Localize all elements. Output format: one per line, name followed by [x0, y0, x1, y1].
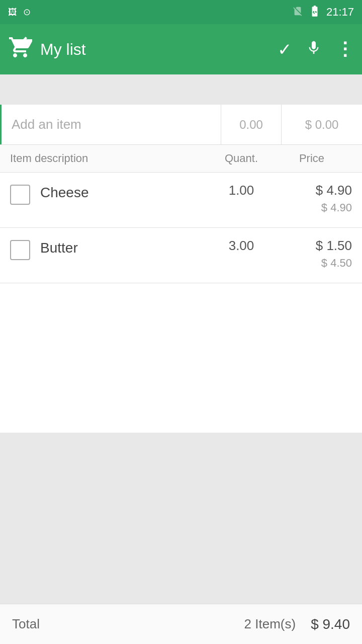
status-bar: 🖼 ⊙ 21:17: [0, 0, 362, 24]
total-label: Total: [12, 616, 244, 632]
table-row: Cheese 1.00 $ 4.90 $ 4.90: [0, 173, 362, 228]
item-qty-price-cheese: 1.00 $ 4.90 $ 4.90: [211, 183, 352, 214]
col-header-price: Price: [272, 152, 352, 165]
item-name-cheese: Cheese: [30, 183, 211, 201]
col-header-quantity: Quant.: [211, 152, 272, 165]
toolbar: My list ✓ ⋮: [0, 24, 362, 74]
mic-icon[interactable]: [306, 40, 322, 59]
table-row: Butter 3.00 $ 1.50 $ 4.50: [0, 228, 362, 283]
item-checkbox-butter[interactable]: [10, 240, 30, 260]
input-row: [0, 105, 362, 145]
price-input[interactable]: [282, 105, 362, 144]
toolbar-actions: ✓ ⋮: [278, 39, 354, 60]
photo-icon: 🖼: [8, 7, 17, 18]
column-headers: Item description Quant. Price: [0, 145, 362, 173]
total-amount: $ 9.40: [311, 616, 350, 632]
item-top-row-cheese: 1.00 $ 4.90: [211, 183, 352, 198]
nosim-icon: [292, 6, 303, 19]
col-header-description: Item description: [10, 152, 211, 165]
item-unit-price-cheese: $ 4.90: [272, 183, 352, 198]
battery-icon: [308, 5, 321, 20]
item-qty-butter: 3.00: [211, 238, 272, 254]
target-icon: ⊙: [23, 7, 31, 18]
status-bar-left: 🖼 ⊙: [8, 7, 31, 18]
item-name-butter: Butter: [30, 238, 211, 256]
check-icon[interactable]: ✓: [278, 39, 292, 59]
more-icon[interactable]: ⋮: [336, 39, 354, 60]
item-list: Cheese 1.00 $ 4.90 $ 4.90 Butter 3.00 $ …: [0, 173, 362, 283]
add-item-input[interactable]: [0, 105, 221, 144]
toolbar-title: My list: [40, 40, 269, 59]
total-bar: Total 2 Item(s) $ 9.40: [0, 604, 362, 644]
item-unit-price-butter: $ 1.50: [272, 238, 352, 254]
main-card: Item description Quant. Price Cheese 1.0…: [0, 105, 362, 433]
item-checkbox-cheese[interactable]: [10, 185, 30, 205]
status-bar-right: 21:17: [292, 5, 354, 20]
item-top-row-butter: 3.00 $ 1.50: [211, 238, 352, 254]
item-subtotal-cheese: $ 4.90: [272, 201, 352, 214]
cart-icon: [8, 35, 32, 64]
qty-input[interactable]: [221, 105, 282, 144]
spacer: [0, 74, 362, 105]
total-count: 2 Item(s): [244, 616, 296, 632]
item-qty-cheese: 1.00: [211, 183, 272, 198]
item-qty-price-butter: 3.00 $ 1.50 $ 4.50: [211, 238, 352, 270]
time: 21:17: [326, 6, 354, 19]
item-subtotal-butter: $ 4.50: [272, 257, 352, 270]
